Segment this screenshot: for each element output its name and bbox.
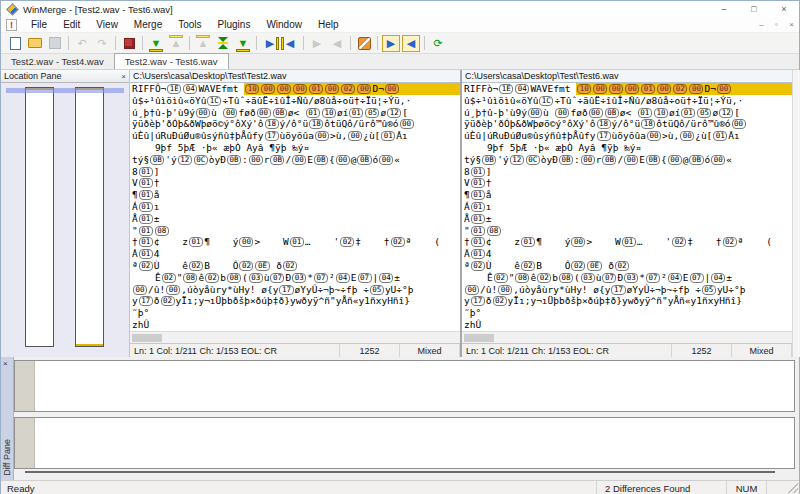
last-difference-icon[interactable]: ▼ (234, 35, 252, 52)
control-char-box: 00 (624, 155, 638, 165)
location-map-right[interactable] (75, 87, 104, 347)
control-char-box: 01 (471, 178, 485, 188)
text-segment: ¶01å (464, 189, 492, 201)
diff-pane-close-icon[interactable]: × (3, 359, 8, 368)
mdi-close-button[interactable]: × (784, 20, 799, 29)
plugin-settings-icon[interactable] (355, 35, 373, 52)
binary-line: Á01ı (464, 201, 792, 213)
control-char-box: 08 (487, 226, 501, 236)
file-path-header-right[interactable]: C:\Users\casa\Desktop\Test\Test6.wav (462, 70, 792, 83)
control-char-box: 0B (314, 155, 328, 165)
diff-detail-bottom[interactable] (14, 417, 795, 469)
undo-icon[interactable]: ↶ (73, 35, 91, 52)
minimize-button[interactable]: – (709, 1, 739, 17)
merge-document-icon[interactable]: ! (6, 19, 17, 31)
text-segment: RIFFò¬1E04WAVEfmt (464, 83, 576, 95)
save-icon[interactable] (46, 35, 64, 52)
resize-grip-icon[interactable] (788, 483, 798, 493)
diff-pane-scrollbar[interactable] (25, 471, 775, 473)
control-char-box: 17 (611, 285, 625, 295)
first-difference-icon[interactable]: ▲ (194, 35, 212, 52)
text-segment: V01† (132, 177, 160, 189)
control-char-box: 01 (471, 214, 485, 224)
right-gutter (792, 70, 800, 357)
horizontal-scrollbar-right[interactable] (462, 331, 792, 343)
menu-item-merge[interactable]: Merge (126, 18, 170, 31)
control-char-box: 07 (690, 273, 704, 283)
menu-item-help[interactable]: Help (310, 18, 347, 31)
menu-item-edit[interactable]: Edit (55, 18, 88, 31)
location-pane: Location Pane × (1, 70, 130, 357)
current-difference-icon[interactable] (214, 35, 232, 52)
control-char-box: 02 (537, 273, 551, 283)
control-char-box: 02 (723, 237, 737, 247)
document-tab[interactable]: Test2.wav - Test4.wav (1, 54, 114, 69)
diff-detail-top[interactable] (14, 360, 795, 412)
binary-line: zhÛ (464, 319, 792, 331)
text-segment: zhÛ (132, 319, 149, 331)
control-char-box: 00 (249, 155, 263, 165)
scrollbar-thumb[interactable] (464, 334, 494, 342)
num-lock-indicator: NUM (726, 481, 766, 494)
menu-item-window[interactable]: Window (258, 18, 310, 31)
binary-line: 801] (132, 166, 460, 178)
menu-item-view[interactable]: View (88, 18, 126, 31)
control-char-box: 00 (657, 84, 671, 94)
control-char-box: 01 (381, 131, 395, 141)
file-content-right[interactable]: RIFFò¬1E04WAVEfmt 1000000001000200D¬00û$… (462, 83, 792, 331)
control-char-box: 07 (314, 273, 328, 283)
binary-line: ˜þ° (464, 307, 792, 319)
mdi-minimize-button[interactable]: – (754, 20, 769, 29)
mdi-restore-button[interactable]: ▫ (769, 20, 784, 29)
maximize-button[interactable]: □ (739, 1, 769, 17)
redo-icon: ↷ (97, 37, 106, 50)
binary-line: ¶01å (464, 189, 792, 201)
text-segment: 00/û!00,úòyåùry*ùHy! ø{y17øYyÛ÷¬þ~÷fþ ÷0… (464, 284, 746, 296)
file-path-header-left[interactable]: C:\Users\casa\Desktop\Test\Test2.wav (130, 70, 460, 83)
next-file-icon: ▶ (387, 37, 395, 50)
location-pane-body[interactable] (1, 83, 129, 357)
copy-left-and-advance-icon[interactable]: ◀ (328, 35, 346, 52)
refresh-icon[interactable]: ⟳ (429, 35, 447, 52)
control-char-box: 00 (223, 108, 237, 118)
pane-status-right: Ln: 1 Col: 1/211 Ch: 1/153 EOL: CR 1252 … (462, 343, 792, 357)
close-button[interactable]: × (769, 1, 799, 17)
redo-icon[interactable]: ↷ (93, 35, 111, 52)
control-char-box: 00 (336, 155, 350, 165)
previous-difference-icon[interactable]: ▲ (167, 35, 185, 52)
control-char-box: 0B (150, 155, 164, 165)
menu-items-container: FileEditViewMergeToolsPluginsWindowHelp (23, 18, 347, 31)
options-icon[interactable] (120, 35, 138, 52)
horizontal-scrollbar-left[interactable] (130, 331, 460, 343)
control-char-box: 03 (292, 273, 306, 283)
file-content-left[interactable]: RIFFÔ¬1E04WAVEfmt 1000000001000200D¬00û$… (130, 83, 460, 331)
scrollbar-thumb[interactable] (132, 334, 162, 342)
diff-pane-tab[interactable]: × Diff Pane (1, 357, 14, 480)
control-char-box: 02 (139, 261, 153, 271)
next-difference-icon: ▼ (151, 37, 162, 49)
menu-item-tools[interactable]: Tools (170, 18, 209, 31)
binary-line: úÈû|úRuÐúØu®ûsýñû‡þÅûfy17ùöyõûa00>ù‚00¿ù… (132, 130, 460, 142)
open-icon[interactable] (26, 35, 44, 52)
control-char-box: 07 (270, 273, 284, 283)
control-char-box: 02 (341, 84, 355, 94)
control-char-box: 00 (261, 84, 275, 94)
control-char-box: 03 (581, 273, 595, 283)
options-icon (124, 38, 135, 49)
text-segment: RIFFÔ¬1E04WAVEfmt (132, 83, 244, 95)
copy-left-icon[interactable]: ◀ (281, 35, 299, 52)
document-tab[interactable]: Test2.wav - Test6.wav (114, 53, 229, 69)
location-map-left[interactable] (25, 87, 54, 347)
copy-right-and-advance-icon[interactable]: ▶ (308, 35, 326, 52)
next-file-icon[interactable]: ▶ (382, 35, 400, 52)
visible-area-indicator (6, 88, 124, 93)
copy-right-icon[interactable]: ▶ (261, 35, 279, 52)
control-char-box: 01 (471, 226, 485, 236)
control-char-box: 01 (306, 108, 320, 118)
previous-file-icon[interactable]: ◀ (402, 35, 420, 52)
next-difference-icon[interactable]: ▼ (147, 35, 165, 52)
menu-item-plugins[interactable]: Plugins (210, 18, 259, 31)
menu-item-file[interactable]: File (23, 18, 55, 31)
location-pane-close-icon[interactable]: × (121, 72, 126, 81)
new-document-icon[interactable] (6, 35, 24, 52)
